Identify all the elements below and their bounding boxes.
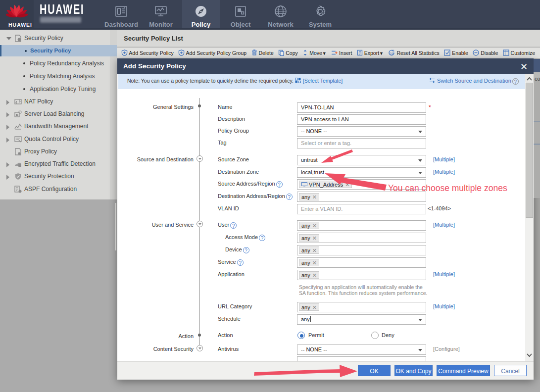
- svg-text:You can choose multiple zones: You can choose multiple zones: [388, 183, 507, 193]
